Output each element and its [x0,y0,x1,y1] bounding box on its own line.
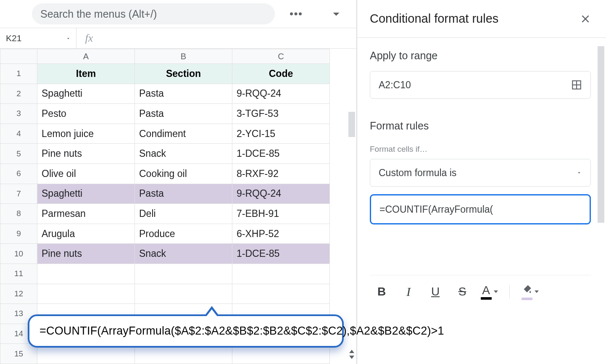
row-header[interactable]: 12 [0,284,37,304]
paint-bucket-icon [522,284,532,298]
apply-to-range-label: Apply to range [370,50,591,62]
scroll-up-icon[interactable] [349,350,354,353]
close-icon [580,13,591,24]
cell[interactable]: Pine nuts [37,244,135,264]
panel-scrollbar[interactable] [598,46,604,360]
italic-button[interactable]: I [397,283,420,301]
cell[interactable]: 9-RQQ-24 [232,84,330,104]
scrollbar-thumb[interactable] [348,112,355,137]
more-menu-icon[interactable] [288,6,303,21]
row-header[interactable]: 4 [0,124,37,144]
cell[interactable]: Olive oil [37,164,135,184]
menu-search[interactable]: Search the menus (Alt+/) [32,3,275,24]
toolbar-divider [509,285,510,298]
cell[interactable]: 8-RXF-92 [232,164,330,184]
column-title[interactable]: Code [232,64,330,84]
row-header[interactable]: 15 [0,344,37,364]
cell[interactable]: 6-XHP-52 [232,224,330,244]
col-header-B[interactable]: B [135,49,232,64]
cell[interactable]: Pesto [37,104,135,124]
cell[interactable]: Snack [135,144,232,164]
formula-bar[interactable] [102,28,356,48]
row-header[interactable]: 1 [0,64,37,84]
close-button[interactable] [580,13,591,24]
row-header[interactable]: 5 [0,144,37,164]
chevron-down-icon [66,36,71,41]
custom-formula-value: =COUNTIF(ArrayFormula( [379,204,493,215]
cell[interactable]: 1-DCE-85 [232,144,330,164]
cell[interactable]: Parmesan [37,204,135,224]
cell[interactable]: 9-RQQ-24 [232,184,330,204]
format-toolbar: B I U S A [370,275,591,301]
condition-select-value: Custom formula is [379,167,456,179]
cell[interactable]: Produce [135,224,232,244]
cell[interactable]: Pasta [135,184,232,204]
menu-search-placeholder: Search the menus (Alt+/) [40,8,157,20]
cell[interactable]: Pasta [135,104,232,124]
cell[interactable] [37,264,135,284]
cell[interactable]: Spaghetti [37,184,135,204]
cell[interactable]: Arugula [37,224,135,244]
range-input-value: A2:C10 [379,79,411,91]
range-input[interactable]: A2:C10 [370,71,591,99]
svg-point-0 [290,13,293,16]
cell[interactable]: Lemon juice [37,124,135,144]
column-title[interactable]: Section [135,64,232,84]
cell[interactable]: Cooking oil [135,164,232,184]
scroll-down-icon[interactable] [349,356,354,359]
name-box[interactable]: K21 [0,28,76,48]
row-header[interactable]: 3 [0,104,37,124]
formula-callout: =COUNTIF(ArrayFormula($A$2:$A2&$B$2:$B2&… [28,314,344,348]
row-header[interactable]: 2 [0,84,37,104]
cell[interactable] [232,264,330,284]
row-header[interactable]: 8 [0,204,37,224]
cell[interactable] [37,284,135,304]
cell[interactable]: 3-TGF-53 [232,104,330,124]
cell[interactable]: 2-YCI-15 [232,124,330,144]
svg-point-2 [299,13,302,16]
panel-scrollbar-thumb[interactable] [598,46,604,223]
format-rules-label: Format rules [370,120,591,132]
column-title[interactable]: Item [37,64,135,84]
bold-button[interactable]: B [370,283,393,301]
select-range-icon[interactable] [571,79,582,90]
strikethrough-button[interactable]: S [451,283,474,301]
formula-callout-text: =COUNTIF(ArrayFormula($A$2:$A2&$B$2:$B2&… [40,324,444,337]
text-color-glyph: A [482,284,490,297]
cell[interactable] [135,264,232,284]
row-header[interactable]: 6 [0,164,37,184]
text-color-button[interactable]: A [477,283,501,301]
format-cells-if-hint: Format cells if… [370,145,591,154]
panel-title: Conditional format rules [370,12,498,26]
cell[interactable]: Condiment [135,124,232,144]
underline-button[interactable]: U [424,283,447,301]
row-header[interactable]: 10 [0,244,37,264]
cell[interactable]: Deli [135,204,232,224]
row-header[interactable]: 9 [0,224,37,244]
row-header[interactable]: 7 [0,184,37,204]
cell[interactable] [135,284,232,304]
chevron-down-icon [576,170,582,176]
svg-point-1 [295,13,298,16]
cell[interactable]: Pasta [135,84,232,104]
name-box-value: K21 [6,33,21,43]
fill-color-button[interactable] [518,283,542,301]
text-color-swatch [481,297,492,300]
condition-select[interactable]: Custom formula is [370,159,591,187]
select-all-corner[interactable] [0,49,37,64]
fill-color-swatch [522,298,532,300]
col-header-C[interactable]: C [232,49,330,64]
cell[interactable]: Pine nuts [37,144,135,164]
col-header-A[interactable]: A [37,49,135,64]
row-header[interactable]: 11 [0,264,37,284]
cell[interactable]: Spaghetti [37,84,135,104]
cell[interactable]: 7-EBH-91 [232,204,330,224]
vertical-scrollbar[interactable] [348,108,355,361]
cell[interactable]: 1-DCE-85 [232,244,330,264]
custom-formula-input[interactable]: =COUNTIF(ArrayFormula( [370,194,591,224]
expand-toolbar-icon[interactable] [329,6,344,21]
fx-label: fx [76,28,102,48]
cell[interactable]: Snack [135,244,232,264]
cell[interactable] [232,284,330,304]
